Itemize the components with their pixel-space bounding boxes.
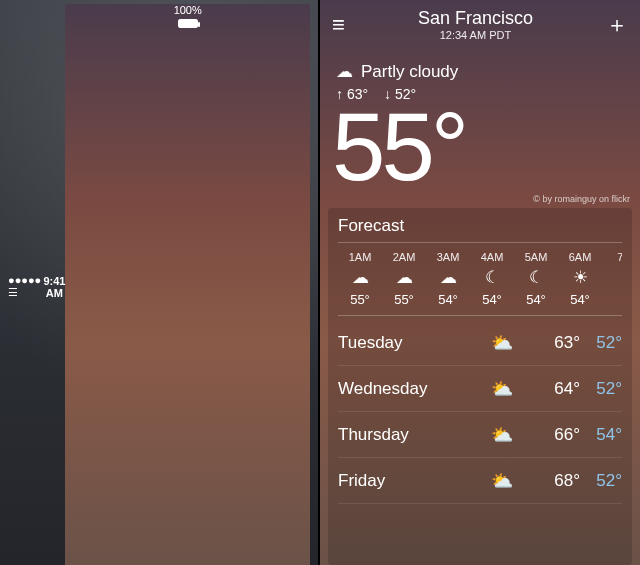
photo-credit: © by romainguy on flickr (320, 194, 640, 208)
timestamp: 12:34 AM PDT (345, 29, 606, 41)
hour-time: 2AM (382, 251, 426, 263)
day-name: Thursday (338, 425, 465, 445)
hour-temp: 54° (426, 292, 470, 307)
hour-time: 6AM (558, 251, 602, 263)
add-icon[interactable]: ＋ (606, 14, 628, 36)
top-bar: ≡ San Francisco 12:34 AM PDT ＋ (320, 0, 640, 43)
partly-cloudy-icon: ☁ (336, 61, 353, 82)
partly-cloudy-icon: ⛅ (465, 424, 538, 446)
status-time: 9:41 AM (43, 275, 65, 299)
daily-row: Tuesday ⛅ 63° 52° (338, 320, 622, 366)
battery-icon (178, 19, 198, 28)
hour-time: 4AM (470, 251, 514, 263)
menu-icon[interactable]: ≡ (332, 14, 345, 36)
daily-row: Friday ⛅ 68° 52° (338, 458, 622, 504)
day-low: 52° (580, 471, 622, 491)
hourly-cell: 4AM ☾ 54° (470, 251, 514, 307)
hour-time: 1AM (338, 251, 382, 263)
forecast-panel: Forecast 1AM ☁ 55° 2AM ☁ 55° 3AM ☁ 54° 4… (328, 208, 632, 565)
status-bar: ●●●●● ☰ 9:41 AM 100% (0, 0, 318, 565)
current-temp: 55° (320, 102, 640, 194)
partly-cloudy-icon: ⛅ (465, 470, 538, 492)
moon-icon: ☾ (514, 267, 558, 288)
hourly-cell: 5AM ☾ 54° (514, 251, 558, 307)
forecast-label: Forecast (338, 216, 622, 236)
day-high: 68° (538, 471, 580, 491)
battery-percent: 100% (174, 4, 202, 16)
day-high: 64° (538, 379, 580, 399)
cloud-icon: ☁ (338, 267, 382, 288)
hour-temp: 55° (382, 292, 426, 307)
cloud-icon: ☁ (382, 267, 426, 288)
partly-cloudy-icon: ⛅ (465, 378, 538, 400)
day-name: Friday (338, 471, 465, 491)
hour-time: 3AM (426, 251, 470, 263)
ios-weather-screen: ●●●●● ☰ 9:41 AM 100% Mount Rainier Heavy… (0, 0, 318, 565)
hourly-cell: 7A (602, 251, 622, 307)
hour-temp: 54° (558, 292, 602, 307)
daily-forecast[interactable]: Tuesday ⛅ 63° 52° Wednesday ⛅ 64° 52° Th… (338, 316, 622, 504)
day-name: Wednesday (338, 379, 465, 399)
yahoo-weather-screen: ≡ San Francisco 12:34 AM PDT ＋ ☁ Partly … (320, 0, 640, 565)
hourly-cell: 6AM ☀ 54° (558, 251, 602, 307)
sun-icon: ☀ (558, 267, 602, 288)
condition-row: ☁ Partly cloudy (320, 43, 640, 82)
day-low: 52° (580, 333, 622, 353)
status-right: 100% (65, 4, 310, 565)
daily-row: Thursday ⛅ 66° 54° (338, 412, 622, 458)
hourly-cell: 2AM ☁ 55° (382, 251, 426, 307)
hourly-cell: 1AM ☁ 55° (338, 251, 382, 307)
moon-icon: ☾ (470, 267, 514, 288)
hour-temp: 54° (514, 292, 558, 307)
cloud-icon: ☁ (426, 267, 470, 288)
daily-row: Wednesday ⛅ 64° 52° (338, 366, 622, 412)
day-high: 66° (538, 425, 580, 445)
hour-time: 7A (602, 251, 622, 263)
day-low: 54° (580, 425, 622, 445)
condition-text: Partly cloudy (361, 62, 458, 82)
day-name: Tuesday (338, 333, 465, 353)
hourly-forecast[interactable]: 1AM ☁ 55° 2AM ☁ 55° 3AM ☁ 54° 4AM ☾ 54° … (338, 242, 622, 316)
hourly-cell: 3AM ☁ 54° (426, 251, 470, 307)
day-low: 52° (580, 379, 622, 399)
hour-temp: 55° (338, 292, 382, 307)
city-name: San Francisco (345, 8, 606, 29)
hour-temp: 54° (470, 292, 514, 307)
signal-icon: ●●●●● ☰ (8, 274, 43, 299)
partly-cloudy-icon: ⛅ (465, 332, 538, 354)
city-block: San Francisco 12:34 AM PDT (345, 8, 606, 41)
day-high: 63° (538, 333, 580, 353)
hour-time: 5AM (514, 251, 558, 263)
